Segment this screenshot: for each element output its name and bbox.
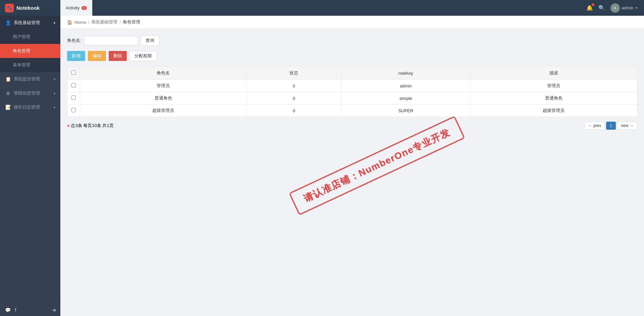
sidebar-label-system-monitor: 系统监控管理: [14, 76, 51, 82]
row-checkbox-cell: [67, 92, 80, 105]
sidebar-item-operation-log[interactable]: 📝 操作日志管理 ▾: [0, 100, 60, 114]
total-info: 总3条 每页10条 共1页: [71, 123, 113, 128]
table-row: 管理员 0 admin 管理员: [67, 80, 637, 92]
user-management-label: 用户管理: [13, 34, 30, 40]
breadcrumb-sep-2: /: [119, 20, 121, 25]
avatar: A: [610, 3, 620, 13]
row-name: 超级管理员: [80, 105, 247, 117]
row-desc: 超级管理员: [470, 105, 637, 117]
add-button[interactable]: 新增: [67, 51, 85, 61]
sidebar-item-system-basic[interactable]: 👤 系统基础管理 ▾: [0, 16, 60, 30]
sidebar-item-login-info[interactable]: 🖥 登陆信息管理 ▾: [0, 86, 60, 100]
breadcrumb: 🏠 Home / 系统基础管理 / 角色管理: [60, 16, 644, 29]
search-label: 角色名:: [67, 38, 82, 44]
search-input[interactable]: [84, 36, 138, 45]
avatar-text: A: [614, 6, 616, 10]
table-header-name: 角色名: [80, 67, 247, 80]
page-1-button[interactable]: 1: [606, 122, 616, 130]
table-row: 超级管理员 0 SUPER 超级管理员: [67, 105, 637, 117]
chevron-right-icon-3: ▾: [54, 106, 55, 109]
menu-management-label: 菜单管理: [13, 62, 30, 68]
notification-badge: [592, 3, 594, 6]
sidebar-label-system-basic: 系统基础管理: [14, 20, 51, 26]
next-page-button[interactable]: next →: [617, 122, 637, 130]
top-navigation: 🐾 Notebook Activity 1 🔔 🔍 A admin ▾: [0, 0, 644, 16]
nav-item-activity[interactable]: Activity 1: [60, 0, 92, 16]
pagination-text: ● 总3条 每页10条 共1页: [67, 123, 114, 129]
row-checkbox-cell: [67, 105, 80, 117]
table-header-desc: 描述: [470, 67, 637, 80]
edit-button[interactable]: 编辑: [88, 51, 106, 61]
row-checkbox-0[interactable]: [71, 83, 76, 87]
row-rolekey: SUPER: [341, 105, 470, 117]
sidebar-bottom: 💬 f ◀: [0, 304, 60, 316]
top-nav-right: 🔔 🔍 A admin ▾: [580, 3, 644, 13]
activity-badge: 1: [82, 6, 87, 10]
sidebar-collapse-button[interactable]: ◀: [52, 308, 55, 312]
user-menu[interactable]: A admin ▾: [610, 3, 637, 13]
table-header-checkbox: [67, 67, 80, 80]
bullet-icon: ●: [67, 123, 71, 128]
breadcrumb-current: 角色管理: [123, 19, 140, 25]
sidebar-item-role-management[interactable]: 角色管理: [0, 44, 60, 58]
home-icon: 🏠: [67, 20, 72, 25]
chevron-right-icon: ▾: [54, 77, 55, 81]
search-button[interactable]: 🔍: [598, 5, 605, 11]
login-info-icon: 🖥: [5, 90, 11, 96]
sidebar-item-menu-management[interactable]: 菜单管理: [0, 58, 60, 72]
chevron-right-icon-2: ▾: [54, 91, 55, 95]
user-chevron-icon: ▾: [636, 6, 637, 10]
system-monitor-icon: 📋: [5, 76, 11, 82]
row-status: 0: [247, 80, 341, 92]
app-title: Notebook: [16, 5, 40, 11]
row-name: 管理员: [80, 80, 247, 92]
row-checkbox-1[interactable]: [71, 96, 76, 100]
page-content: 角色名: 查询 新增 编辑 删除 分配权限 角色名: [60, 29, 644, 136]
sidebar: 👤 系统基础管理 ▾ 用户管理 角色管理 菜单管理 📋 系统监控管理 ▾ 🖥 登…: [0, 16, 60, 316]
prev-page-button[interactable]: ← prev: [585, 122, 605, 130]
search-bar: 角色名: 查询: [67, 36, 637, 46]
sidebar-item-system-monitor[interactable]: 📋 系统监控管理 ▾: [0, 72, 60, 86]
row-status: 0: [247, 105, 341, 117]
sidebar-submenu-system-basic: 用户管理 角色管理 菜单管理: [0, 30, 60, 72]
sidebar-label-login-info: 登陆信息管理: [14, 90, 51, 96]
row-rolekey: simple: [341, 92, 470, 105]
table-header-status: 状态: [247, 67, 341, 80]
operation-log-icon: 📝: [5, 105, 11, 110]
breadcrumb-home[interactable]: Home: [74, 20, 86, 25]
select-all-checkbox[interactable]: [71, 70, 76, 75]
breadcrumb-sep-1: /: [88, 20, 90, 25]
chevron-down-icon: ▾: [54, 21, 55, 25]
sidebar-label-operation-log: 操作日志管理: [14, 104, 51, 110]
row-checkbox-cell: [67, 80, 80, 92]
breadcrumb-parent[interactable]: 系统基础管理: [91, 19, 117, 25]
main-layout: 👤 系统基础管理 ▾ 用户管理 角色管理 菜单管理 📋 系统监控管理 ▾ 🖥 登…: [0, 16, 644, 316]
assign-button[interactable]: 分配权限: [129, 51, 157, 61]
table-row: 普通角色 0 simple 普通角色: [67, 92, 637, 105]
sidebar-item-user-management[interactable]: 用户管理: [0, 30, 60, 44]
nav-items: Activity 1: [60, 0, 580, 16]
pagination-info: ● 总3条 每页10条 共1页 ← prev 1 next →: [67, 122, 637, 130]
notification-button[interactable]: 🔔: [586, 5, 593, 11]
row-name: 普通角色: [80, 92, 247, 105]
row-desc: 普通角色: [470, 92, 637, 105]
system-basic-icon: 👤: [5, 20, 11, 25]
username: admin: [622, 5, 634, 10]
delete-button[interactable]: 删除: [109, 51, 127, 61]
role-management-label: 角色管理: [13, 48, 30, 54]
table-header-rolekey: roleKey: [341, 67, 470, 80]
chat-icon[interactable]: 💬: [5, 307, 11, 313]
action-bar: 新增 编辑 删除 分配权限: [67, 51, 637, 61]
row-status: 0: [247, 92, 341, 105]
activity-label: Activity: [66, 5, 79, 10]
content-area: 🏠 Home / 系统基础管理 / 角色管理 角色名: 查询 新增 编辑 删除 …: [60, 16, 644, 316]
row-rolekey: admin: [341, 80, 470, 92]
row-desc: 管理员: [470, 80, 637, 92]
app-logo: 🐾 Notebook: [0, 4, 60, 12]
pagination-controls: ← prev 1 next →: [585, 122, 637, 130]
row-checkbox-2[interactable]: [71, 108, 76, 112]
facebook-icon[interactable]: f: [15, 307, 16, 313]
search-button[interactable]: 查询: [141, 36, 159, 46]
logo-icon: 🐾: [5, 4, 14, 12]
roles-table: 角色名 状态 roleKey 描述 管理员 0 admin 管理员 普通角色: [67, 66, 637, 117]
